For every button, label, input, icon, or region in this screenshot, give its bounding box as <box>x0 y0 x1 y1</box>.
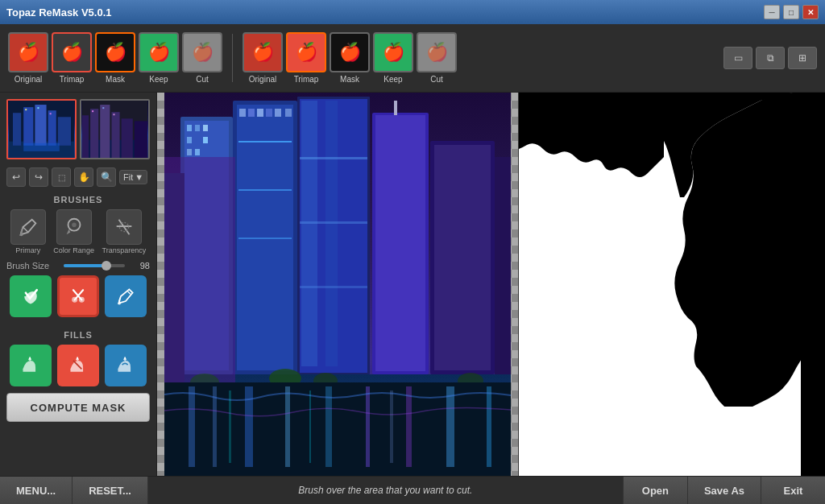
svg-rect-89 <box>309 390 311 463</box>
fit-dropdown[interactable]: Fit ▼ <box>119 170 147 184</box>
status-message: Brush over the area that you want to cut… <box>148 485 623 496</box>
svg-rect-51 <box>238 189 292 191</box>
svg-rect-8 <box>37 107 39 109</box>
action-brushes <box>6 275 150 317</box>
left-view-group: 🍎 Original 🍎 Trimap 🍎 Mask 🍎 Keep <box>8 32 222 84</box>
svg-rect-6 <box>58 117 71 145</box>
brush-size-fill <box>64 264 106 267</box>
brush-size-value: 98 <box>130 261 150 271</box>
transparency-brush-tool[interactable]: Transparency <box>102 209 146 254</box>
canvas-left[interactable] <box>157 93 519 476</box>
brush-size-slider[interactable] <box>64 264 125 267</box>
svg-rect-3 <box>23 107 33 146</box>
svg-rect-17 <box>122 118 133 158</box>
close-button[interactable]: ✕ <box>802 5 819 19</box>
svg-rect-9 <box>50 113 52 114</box>
view-mask-right[interactable]: 🍎 Mask <box>330 32 370 84</box>
svg-point-35 <box>124 357 126 360</box>
brush-size-label: Brush Size <box>6 261 59 271</box>
svg-rect-90 <box>390 390 393 463</box>
color-range-brush-tool[interactable]: Color Range <box>53 209 94 254</box>
title-bar-controls: ─ □ ✕ <box>764 5 819 19</box>
maximize-button[interactable]: □ <box>783 5 799 19</box>
view-original-right[interactable]: 🍎 Original <box>243 32 283 84</box>
svg-rect-86 <box>446 386 454 467</box>
thumbnail-right[interactable] <box>80 99 150 159</box>
view-trimap-left[interactable]: 🍎 Trimap <box>52 32 92 84</box>
zoom-button[interactable]: 🔍 <box>97 167 116 187</box>
transparency-brush-icon <box>106 209 142 245</box>
selection-button[interactable]: ⬚ <box>52 167 71 187</box>
toolbar-separator-1 <box>232 34 233 82</box>
view-original-left[interactable]: 🍎 Original <box>8 32 48 84</box>
view-cut-left[interactable]: 🍎 Cut <box>182 32 222 84</box>
cut-fill-button[interactable] <box>57 345 99 386</box>
save-as-button[interactable]: Save As <box>687 477 761 505</box>
keep-fill-button[interactable] <box>10 345 52 386</box>
double-view-button[interactable]: ⧉ <box>756 47 785 69</box>
svg-line-31 <box>128 291 131 294</box>
svg-rect-62 <box>325 101 338 366</box>
brush-size-thumb[interactable] <box>102 261 111 271</box>
svg-rect-7 <box>25 109 27 110</box>
svg-rect-20 <box>102 107 104 109</box>
svg-rect-16 <box>111 112 119 158</box>
brushes-section: BRUSHES Primary <box>6 195 150 324</box>
canvas-area <box>157 93 825 476</box>
single-view-button[interactable]: ▭ <box>723 47 752 69</box>
view-trimap-right[interactable]: 🍎 Trimap <box>286 32 326 84</box>
detail-brush-button[interactable] <box>105 275 147 317</box>
keep-brush-button[interactable] <box>10 275 52 317</box>
svg-rect-93 <box>801 318 825 476</box>
open-button[interactable]: Open <box>623 477 687 505</box>
svg-rect-94 <box>519 407 793 476</box>
primary-brush-label: Primary <box>15 246 40 254</box>
svg-rect-72 <box>495 157 511 374</box>
svg-rect-19 <box>92 110 93 112</box>
thumbnail-left[interactable] <box>6 99 77 159</box>
view-layout-buttons: ▭ ⧉ ⊞ <box>723 47 817 69</box>
svg-rect-65 <box>300 286 367 288</box>
svg-point-23 <box>72 222 77 227</box>
svg-rect-68 <box>394 101 397 115</box>
main-content: ↩ ↪ ⬚ ✋ 🔍 Fit ▼ BRUSHES <box>0 93 825 476</box>
color-range-brush-icon <box>56 209 92 245</box>
title-bar: Topaz ReMask V5.0.1 ─ □ ✕ <box>0 0 825 24</box>
svg-rect-87 <box>487 386 491 467</box>
view-keep-left[interactable]: 🍎 Keep <box>139 32 179 84</box>
svg-rect-18 <box>135 121 147 158</box>
view-cut-right[interactable]: 🍎 Cut <box>417 32 457 84</box>
svg-rect-5 <box>48 110 56 146</box>
undo-button[interactable]: ↩ <box>6 167 26 187</box>
svg-rect-79 <box>189 386 195 467</box>
svg-rect-52 <box>238 238 292 239</box>
menu-button[interactable]: MENU... <box>0 477 73 505</box>
svg-point-33 <box>76 357 78 360</box>
svg-rect-67 <box>375 115 425 371</box>
quad-view-button[interactable]: ⊞ <box>788 47 817 69</box>
svg-rect-2 <box>13 113 21 146</box>
pan-button[interactable]: ✋ <box>74 167 93 187</box>
app-title: Topaz ReMask V5.0.1 <box>6 6 112 19</box>
svg-rect-4 <box>35 105 46 146</box>
redo-button[interactable]: ↪ <box>29 167 48 187</box>
fill-buttons <box>6 345 150 386</box>
canvas-right[interactable] <box>519 93 825 476</box>
primary-brush-tool[interactable]: Primary <box>10 209 46 254</box>
view-keep-right[interactable]: 🍎 Keep <box>373 32 413 84</box>
svg-rect-88 <box>229 390 231 463</box>
svg-rect-14 <box>90 109 98 158</box>
view-mask-left[interactable]: 🍎 Mask <box>95 32 135 84</box>
brushes-title: BRUSHES <box>6 195 150 204</box>
svg-rect-85 <box>406 386 412 467</box>
compute-mask-button[interactable]: COMPUTE MASK <box>6 393 150 422</box>
svg-rect-91 <box>164 93 325 189</box>
reset-button[interactable]: RESET... <box>73 477 148 505</box>
cut-brush-button[interactable] <box>57 275 99 317</box>
top-toolbar: 🍎 Original 🍎 Trimap 🍎 Mask 🍎 Keep <box>0 24 825 93</box>
svg-rect-82 <box>285 386 290 467</box>
svg-rect-13 <box>82 115 89 158</box>
minimize-button[interactable]: ─ <box>764 5 780 19</box>
exit-button[interactable]: Exit <box>761 477 825 505</box>
detail-fill-button[interactable] <box>105 345 147 386</box>
